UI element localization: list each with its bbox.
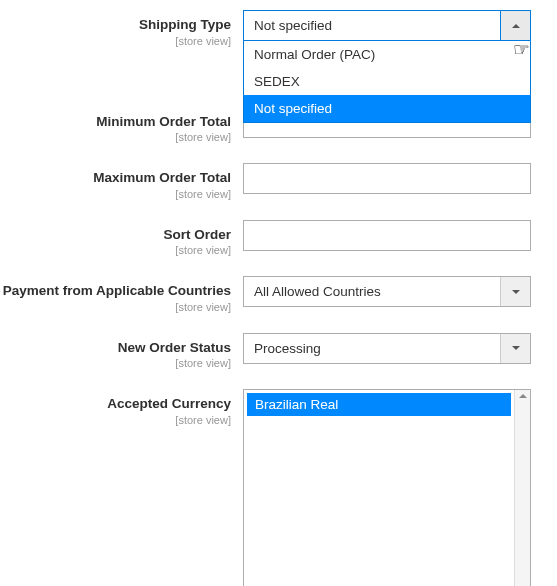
row-shipping-type: Shipping Type [store view] Not specified… <box>0 10 557 47</box>
chevron-up-icon <box>512 24 520 28</box>
field-col: Processing <box>243 333 531 364</box>
chevron-down-icon <box>512 290 520 294</box>
shipping-type-dropdown: Normal Order (PAC) SEDEX Not specified <box>243 41 531 123</box>
chevron-down-icon <box>512 346 520 350</box>
label-col: Shipping Type [store view] <box>0 10 243 47</box>
currency-option-selected[interactable]: Brazilian Real <box>247 393 511 416</box>
field-col <box>243 163 531 194</box>
new-order-status-value: Processing <box>244 341 500 356</box>
scope-label: [store view] <box>0 131 231 143</box>
new-order-status-select[interactable]: Processing <box>243 333 531 364</box>
config-form: Shipping Type [store view] Not specified… <box>0 0 557 586</box>
scope-label: [store view] <box>0 301 231 313</box>
currency-label: Accepted Currency <box>0 395 231 413</box>
shipping-type-select[interactable]: Not specified <box>243 10 531 41</box>
label-col: Sort Order [store view] <box>0 220 243 257</box>
dropdown-option[interactable]: Normal Order (PAC) <box>244 41 530 68</box>
scope-label: [store view] <box>0 414 231 426</box>
max-total-label: Maximum Order Total <box>0 169 231 187</box>
field-col: All Allowed Countries <box>243 276 531 307</box>
field-col: Brazilian Real <box>243 389 531 586</box>
label-col: Accepted Currency [store view] <box>0 389 243 426</box>
field-col: Not specified ☜ Normal Order (PAC) SEDEX… <box>243 10 531 41</box>
field-col <box>243 220 531 251</box>
row-countries: Payment from Applicable Countries [store… <box>0 276 557 313</box>
row-new-order-status: New Order Status [store view] Processing <box>0 333 557 370</box>
countries-trigger[interactable] <box>500 277 530 306</box>
new-order-status-trigger[interactable] <box>500 334 530 363</box>
countries-value: All Allowed Countries <box>244 284 500 299</box>
scope-label: [store view] <box>0 357 231 369</box>
row-accepted-currency: Accepted Currency [store view] Brazilian… <box>0 389 557 586</box>
shipping-type-value: Not specified <box>244 18 500 33</box>
scope-label: [store view] <box>0 35 231 47</box>
countries-label: Payment from Applicable Countries <box>0 282 231 300</box>
currency-multiselect[interactable]: Brazilian Real <box>243 389 531 586</box>
new-order-status-label: New Order Status <box>0 339 231 357</box>
label-col: Maximum Order Total [store view] <box>0 163 243 200</box>
currency-list: Brazilian Real <box>244 390 514 586</box>
max-total-input[interactable] <box>243 163 531 194</box>
label-col: New Order Status [store view] <box>0 333 243 370</box>
min-total-label: Minimum Order Total <box>0 113 231 131</box>
row-sort-order: Sort Order [store view] <box>0 220 557 257</box>
row-max-total: Maximum Order Total [store view] <box>0 163 557 200</box>
sort-order-input[interactable] <box>243 220 531 251</box>
sort-order-label: Sort Order <box>0 226 231 244</box>
label-col: Minimum Order Total [store view] <box>0 107 243 144</box>
shipping-type-trigger[interactable] <box>500 11 530 40</box>
scroll-up-icon <box>519 394 527 398</box>
scope-label: [store view] <box>0 188 231 200</box>
dropdown-option-selected[interactable]: Not specified <box>244 95 530 122</box>
countries-select[interactable]: All Allowed Countries <box>243 276 531 307</box>
shipping-type-label: Shipping Type <box>0 16 231 34</box>
label-col: Payment from Applicable Countries [store… <box>0 276 243 313</box>
dropdown-option[interactable]: SEDEX <box>244 68 530 95</box>
scrollbar[interactable] <box>514 390 530 586</box>
scope-label: [store view] <box>0 244 231 256</box>
